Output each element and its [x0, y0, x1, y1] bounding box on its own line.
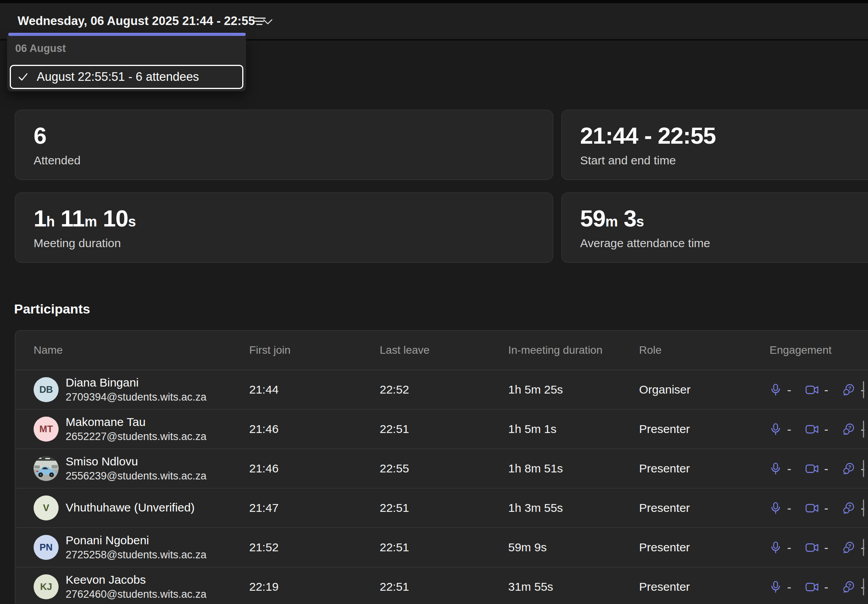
column-header-role: Role [639, 344, 662, 356]
cell-role: Presenter [639, 567, 690, 604]
participant-email: 2556239@students.wits.ac.za [66, 469, 207, 483]
mic-icon [770, 502, 782, 515]
engagement-value: - [824, 580, 829, 594]
cell-last-leave: 22:51 [380, 488, 409, 527]
meeting-date-label: Wednesday, 06 August 2025 21:44 - 22:55 [18, 14, 255, 28]
summary-card-label: Average attendance time [580, 237, 710, 250]
cell-role: Presenter [639, 528, 690, 567]
cell-role: Presenter [639, 488, 690, 527]
session-option-selected[interactable]: August 22:55:51 - 6 attendees [10, 65, 243, 89]
cell-engagement: - - ? - [770, 567, 865, 604]
cell-in-meeting-duration: 1h 5m 1s [508, 410, 556, 449]
engagement-value: - [824, 383, 829, 397]
meeting-date-selector[interactable]: Wednesday, 06 August 2025 21:44 - 22:55 [18, 11, 273, 31]
row-right-divider [863, 381, 864, 398]
engagement-value: - [824, 422, 829, 437]
table-header-row: NameFirst joinLast leaveIn-meeting durat… [15, 331, 868, 370]
cell-first-join: 21:52 [249, 528, 279, 567]
cell-role: Presenter [639, 449, 690, 488]
participant-name: Makomane Tau [66, 415, 146, 429]
engagement-value: - [824, 540, 829, 555]
summary-card-average-attendance-time: 59m 3sAverage attendance time [561, 192, 868, 263]
cell-engagement: - - ? - [770, 449, 865, 488]
filter-button[interactable] [249, 13, 270, 30]
participant-email: 2652227@students.wits.ac.za [66, 430, 207, 443]
table-body: DBDiana Bingani2709394@students.wits.ac.… [15, 370, 868, 604]
video-icon [805, 582, 819, 592]
qna-icon: ? [842, 541, 855, 554]
row-right-divider [863, 539, 864, 556]
cell-last-leave: 22:51 [380, 567, 409, 604]
column-header-name: Name [34, 344, 63, 356]
cell-last-leave: 22:55 [380, 449, 409, 488]
avatar-initials: V [34, 495, 59, 520]
checkmark-icon [18, 72, 28, 82]
mic-icon [770, 541, 782, 554]
cell-in-meeting-duration: 1h 3m 55s [508, 488, 563, 527]
cell-in-meeting-duration: 59m 9s [508, 528, 547, 567]
participant-email: 2762460@students.wits.ac.za [66, 588, 207, 601]
participants-title: Participants [14, 301, 90, 317]
mic-icon [770, 462, 782, 475]
video-icon [805, 385, 819, 395]
participant-name: Ponani Ngobeni [66, 533, 149, 547]
engagement-value: - [824, 501, 829, 515]
summary-card-attended: 6Attended [15, 110, 553, 180]
participant-email: 2709394@students.wits.ac.za [66, 390, 207, 404]
avatar-initials: DB [34, 377, 59, 402]
engagement-value: - [787, 540, 791, 555]
cell-first-join: 21:47 [249, 488, 279, 527]
engagement-value: - [787, 383, 791, 397]
qna-icon: ? [842, 462, 855, 475]
qna-icon: ? [842, 581, 855, 593]
participant-row: VVhuthuhawe (Unverified)21:4722:511h 3m … [15, 488, 868, 528]
cell-in-meeting-duration: 1h 8m 51s [508, 449, 563, 488]
session-dropdown-panel: 06 August August 22:55:51 - 6 attendees [7, 36, 246, 91]
avatar-initials: PN [34, 535, 59, 560]
summary-card-label: Start and end time [580, 154, 676, 167]
engagement-value: - [787, 461, 791, 476]
row-right-divider [863, 499, 864, 517]
video-icon [805, 503, 819, 513]
summary-card-value: 1h 11m 10s [34, 205, 136, 235]
participant-name: Vhuthuhawe (Unverified) [66, 501, 195, 515]
row-right-divider [863, 578, 864, 595]
row-right-divider [863, 420, 864, 438]
session-option-label: August 22:55:51 - 6 attendees [37, 70, 199, 84]
video-icon [805, 424, 819, 435]
participants-table: NameFirst joinLast leaveIn-meeting durat… [15, 330, 868, 604]
engagement-value: - [787, 501, 791, 515]
participant-name: Smiso Ndlovu [66, 454, 138, 469]
avatar-initials: KJ [34, 574, 59, 599]
participant-name: Diana Bingani [66, 376, 139, 390]
cell-last-leave: 22:52 [380, 370, 409, 409]
participant-row: PNPonani Ngobeni2725258@students.wits.ac… [15, 528, 868, 567]
mic-icon [770, 423, 782, 436]
qna-icon: ? [842, 383, 855, 396]
participant-name: Keevon Jacobs [66, 573, 146, 587]
cell-in-meeting-duration: 1h 5m 25s [508, 370, 563, 409]
mic-icon [770, 581, 782, 593]
cell-in-meeting-duration: 31m 55s [508, 567, 553, 604]
cell-first-join: 22:19 [249, 567, 279, 604]
column-header-last-leave: Last leave [380, 344, 430, 356]
cell-engagement: - - ? - [770, 528, 865, 567]
summary-card-value: 6 [34, 123, 46, 149]
filter-icon [253, 17, 266, 27]
mic-icon [770, 383, 782, 396]
cell-first-join: 21:44 [249, 370, 279, 409]
cell-role: Organiser [639, 370, 691, 409]
video-icon [805, 463, 819, 474]
engagement-value: - [824, 461, 829, 476]
summary-card-label: Attended [34, 154, 80, 167]
column-header-engagement: Engagement [770, 344, 832, 356]
cell-engagement: - - ? - [770, 488, 865, 527]
avatar-initials: MT [34, 417, 59, 442]
avatar-photo [34, 456, 59, 481]
summary-card-label: Meeting duration [34, 237, 121, 250]
participant-row: MTMakomane Tau2652227@students.wits.ac.z… [15, 410, 868, 449]
engagement-value: - [787, 422, 791, 437]
engagement-value: - [787, 580, 791, 594]
window-top-edge [0, 0, 868, 3]
qna-icon: ? [842, 502, 855, 514]
